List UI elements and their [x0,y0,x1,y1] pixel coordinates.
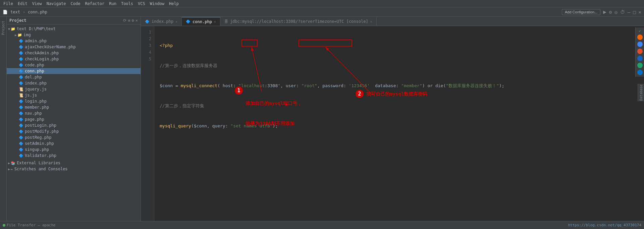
tree-admin[interactable]: 🔷 admin.php [7,38,141,44]
menu-help[interactable]: Help [167,1,181,7]
tree-item-label: Validator.php [25,153,56,158]
ie-icon[interactable] [637,49,643,54]
tree-item-label: js.js [25,93,37,98]
tree-index[interactable]: 🔷 index.php [7,80,141,86]
tab-close-icon[interactable]: ✕ [214,20,216,23]
php-file-icon: 🔷 [19,39,23,43]
tree-validator[interactable]: 🔷 Validator.php [7,153,141,159]
tree-item-label: login.php [25,99,47,104]
maximize-button[interactable]: □ [633,9,636,15]
tree-scratches[interactable]: ▶ ✏ Scratches and Consoles [7,166,141,172]
arrow-icon: ▶ [8,167,10,171]
tab-icon: 🔷 [186,19,191,24]
status-dot [3,224,5,227]
tree-root[interactable]: ▼ 📁 text D:\PHP\text [7,26,141,32]
tree-item-label: nav.php [25,111,42,116]
tree-item-label: img [23,33,31,37]
menubar: File Edit View Navigate Code Refactor Ru… [0,0,644,7]
chrome-icon[interactable] [637,42,643,47]
tree-checkadmin[interactable]: 🔷 checkAdmin.php [7,50,141,56]
tab-index-php[interactable]: 🔷 index.php ✕ [141,17,182,26]
menu-tools[interactable]: Tools [119,1,135,7]
tab-close-icon[interactable]: ✕ [175,20,177,23]
project-panel-label[interactable]: Project [1,21,5,35]
annotation-text-2: 填写自己的mysql数据库密码 [366,91,427,97]
tree-postreg[interactable]: 🔷 postReg.php [7,134,141,140]
tree-item-label: External Libraries [17,161,60,165]
tab-close-icon[interactable]: ✕ [370,20,372,23]
tree-del[interactable]: 🔷 del.php [7,74,141,80]
tree-item-label: code.php [25,63,44,67]
browser5-icon[interactable] [637,63,643,68]
tree-item-label: admin.php [25,39,47,43]
coverage-button[interactable]: ◎ [614,9,617,15]
project-panel-title: Project [9,18,26,23]
menu-file[interactable]: File [1,1,15,7]
browser6-icon[interactable] [637,70,643,75]
database-label: Database [639,84,643,101]
editor-area: 🔷 index.php ✕ 🔷 conn.php ✕ 🗄 jdbc:mysql:… [141,17,644,221]
menu-window[interactable]: Window [148,1,166,7]
tree-checklogin[interactable]: 🔷 checkLogin.php [7,56,141,62]
tree-img-folder[interactable]: ▶ 📁 img [7,32,141,38]
tree-nav[interactable]: 🔷 nav.php [7,110,141,116]
scratches-icon: ✏ [11,167,13,171]
code-content[interactable]: <?php //第一步，连接数据库服务器 $conn = mysqli_conn… [154,26,644,221]
menu-run[interactable]: Run [107,1,118,7]
tree-setadmin[interactable]: 🔷 setAdmin.php [7,140,141,147]
folder-icon: 📁 [11,27,15,31]
database-panel-tab[interactable]: Database [638,84,644,101]
firefox-icon[interactable] [637,35,643,40]
menu-refactor[interactable]: Refactor [83,1,106,7]
tree-conn[interactable]: 🔷 conn.php [7,68,141,74]
add-configuration-button[interactable]: Add Configuration... [562,9,600,15]
collapse-icon[interactable]: ≡ [128,18,130,23]
tab-conn-php[interactable]: 🔷 conn.php ✕ [182,17,220,26]
php-file-icon: 🔷 [19,154,23,158]
tree-jquery[interactable]: 📜 jquery.js [7,86,141,92]
settings-icon[interactable]: ⚙ [132,18,134,23]
tree-item-label: index.php [25,81,47,85]
tree-postlogin[interactable]: 🔷 postLogin.php [7,122,141,128]
code-line-5: mysqli_query($conn, query: "set names ut… [160,123,639,129]
tree-root-label: text D:\PHP\text [17,26,56,31]
annotation-number-2: 2 [356,90,364,98]
url-text[interactable]: https://blog.csdn.net/qq_43730174 [568,223,641,227]
arrow-icon: ▶ [15,33,17,37]
tree-code[interactable]: 🔷 code.php [7,62,141,68]
tab-console-icon: 🗄 [224,19,228,24]
tree-item-label: ajaxCheckUserName.php [25,45,76,49]
tree-item-label: postLogin.php [25,123,56,128]
menu-vcs[interactable]: VCS [136,1,147,7]
titlebar: 📄 text › conn.php Add Configuration... ▶… [0,7,644,17]
tree-member[interactable]: 🔷 member.php [7,104,141,110]
menu-edit[interactable]: Edit [16,1,30,7]
tree-singup[interactable]: 🔷 singup.php [7,147,141,153]
php-file-icon: 🔷 [19,117,23,122]
sync-icon[interactable]: ⟳ [123,18,126,23]
hide-icon[interactable]: ✕ [136,18,138,23]
profile-button[interactable]: ⏱ [620,9,625,15]
tree-jsjs[interactable]: 📜 js.js [7,92,141,98]
code-line-3: $conn = mysqli_connect( host: "localhost… [160,82,639,89]
folder-icon: 📁 [17,33,22,37]
tree-postmodify[interactable]: 🔷 postModify.php [7,128,141,134]
menu-view[interactable]: View [30,1,44,7]
tab-label: jdbc:mysql://localhost:3308/?serverTimez… [230,19,368,24]
run-button[interactable]: ▶ [603,9,606,15]
tree-login[interactable]: 🔷 login.php [7,98,141,104]
close-button[interactable]: ✕ [639,9,641,15]
php-file-icon: 🔷 [19,135,23,140]
minimize-button[interactable]: — [628,9,630,15]
panel-header-icons: ⟳ ≡ ⚙ ✕ [123,18,138,23]
debug-button[interactable]: ⚙ [609,9,612,15]
menu-navigate[interactable]: Navigate [45,1,68,7]
tree-page[interactable]: 🔷 page.php [7,116,141,122]
menu-code[interactable]: Code [69,1,83,7]
tab-console[interactable]: 🗄 jdbc:mysql://localhost:3308/?serverTim… [220,17,377,26]
php-file-icon: 🔷 [19,51,23,55]
tree-external-libraries[interactable]: ▶ 📚 External Libraries [7,160,141,166]
edge-icon[interactable] [637,56,643,61]
tree-item-label: conn.php [25,69,44,73]
tree-ajaxcheck[interactable]: 🔷 ajaxCheckUserName.php [7,44,141,50]
